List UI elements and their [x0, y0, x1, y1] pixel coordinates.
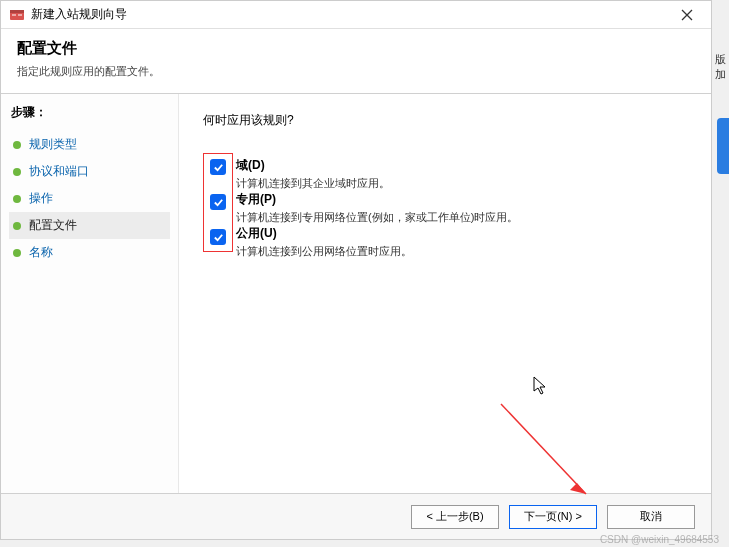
page-subtitle: 指定此规则应用的配置文件。 [17, 64, 695, 79]
button-bar: < 上一步(B) 下一页(N) > 取消 [1, 493, 711, 539]
checkbox-public[interactable] [210, 229, 226, 245]
wizard-body: 步骤： 规则类型 协议和端口 操作 配置文件 名称 何时 [1, 94, 711, 498]
page-title: 配置文件 [17, 39, 695, 58]
step-label: 协议和端口 [29, 163, 89, 180]
checkbox-domain[interactable] [210, 159, 226, 175]
option-public-label: 公用(U) [236, 225, 412, 242]
check-icon [213, 232, 224, 243]
svg-rect-1 [10, 10, 24, 13]
step-name[interactable]: 名称 [9, 239, 170, 266]
wizard-content: 何时应用该规则? 域(D) 计算机连接到其企业域时应用。 [179, 94, 711, 498]
step-profile[interactable]: 配置文件 [9, 212, 170, 239]
checkbox-private[interactable] [210, 194, 226, 210]
option-private-desc: 计算机连接到专用网络位置(例如，家或工作单位)时应用。 [236, 210, 518, 225]
step-label: 名称 [29, 244, 53, 261]
background-text-fragment: 版加 [715, 52, 729, 82]
next-button[interactable]: 下一页(N) > [509, 505, 597, 529]
close-icon [681, 9, 693, 21]
content-question: 何时应用该规则? [203, 112, 687, 129]
highlight-box: 域(D) 计算机连接到其企业域时应用。 专用(P) 计算机连接到专用网络位置(例… [203, 153, 233, 252]
step-label: 规则类型 [29, 136, 77, 153]
bullet-icon [13, 141, 21, 149]
titlebar: 新建入站规则向导 [1, 1, 711, 29]
step-label: 操作 [29, 190, 53, 207]
step-label: 配置文件 [29, 217, 77, 234]
check-icon [213, 197, 224, 208]
firewall-icon [9, 7, 25, 23]
background-blue-fragment [717, 118, 729, 174]
step-protocol-ports[interactable]: 协议和端口 [9, 158, 170, 185]
svg-rect-3 [18, 14, 22, 16]
option-public-desc: 计算机连接到公用网络位置时应用。 [236, 244, 412, 259]
back-button[interactable]: < 上一步(B) [411, 505, 499, 529]
option-domain-label: 域(D) [236, 157, 390, 174]
close-button[interactable] [671, 3, 703, 27]
option-private-row: 专用(P) 计算机连接到专用网络位置(例如，家或工作单位)时应用。 [210, 193, 226, 210]
cancel-button[interactable]: 取消 [607, 505, 695, 529]
bullet-icon [13, 249, 21, 257]
step-rule-type[interactable]: 规则类型 [9, 131, 170, 158]
steps-heading: 步骤： [9, 104, 170, 121]
steps-sidebar: 步骤： 规则类型 协议和端口 操作 配置文件 名称 [1, 94, 179, 498]
bullet-icon [13, 195, 21, 203]
option-public-row: 公用(U) 计算机连接到公用网络位置时应用。 [210, 228, 226, 245]
wizard-header: 配置文件 指定此规则应用的配置文件。 [1, 29, 711, 94]
bullet-icon [13, 222, 21, 230]
option-domain-desc: 计算机连接到其企业域时应用。 [236, 176, 390, 191]
option-domain-row: 域(D) 计算机连接到其企业域时应用。 [210, 158, 226, 175]
profile-options: 域(D) 计算机连接到其企业域时应用。 专用(P) 计算机连接到专用网络位置(例… [203, 153, 687, 252]
window-title: 新建入站规则向导 [31, 6, 671, 23]
option-private-label: 专用(P) [236, 191, 518, 208]
check-icon [213, 162, 224, 173]
bullet-icon [13, 168, 21, 176]
step-action[interactable]: 操作 [9, 185, 170, 212]
wizard-window: 新建入站规则向导 配置文件 指定此规则应用的配置文件。 步骤： 规则类型 协议和… [0, 0, 712, 540]
svg-rect-2 [12, 14, 16, 16]
